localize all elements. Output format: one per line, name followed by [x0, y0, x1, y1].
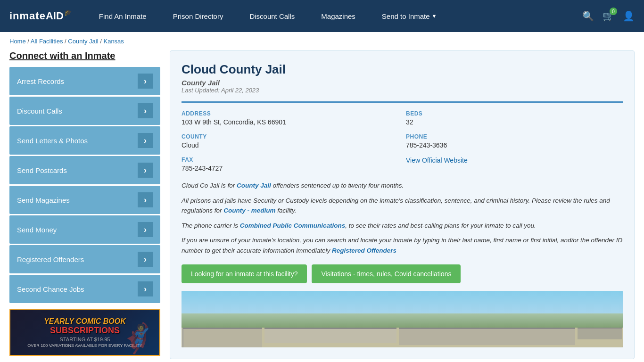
- fax-label: FAX: [182, 156, 398, 163]
- address-value: 103 W 9th St, Concordia, KS 66901: [182, 118, 398, 126]
- address-label: ADDRESS: [182, 110, 398, 117]
- search-icon[interactable]: 🔍: [582, 10, 594, 22]
- beds-value: 32: [406, 118, 623, 126]
- sidebar-item-arrest-records[interactable]: Arrest Records ›: [9, 67, 160, 95]
- breadcrumb-all-facilities[interactable]: All Facilities: [31, 38, 63, 45]
- facility-desc-4: If you are unsure of your inmate's locat…: [182, 235, 623, 255]
- sidebar-label: Send Money: [17, 226, 57, 234]
- cart-icon[interactable]: 🛒 0: [603, 10, 614, 22]
- facility-type: County Jail: [182, 79, 623, 87]
- website-link[interactable]: View Official Website: [406, 156, 623, 164]
- facility-desc-3: The phone carrier is Combined Public Com…: [182, 221, 623, 231]
- facility-panel: Cloud County Jail County Jail Last Updat…: [170, 50, 635, 359]
- sidebar: Connect with an Inmate Arrest Records › …: [9, 50, 160, 359]
- ad-banner[interactable]: YEARLY COMIC BOOK SUBSCRIPTIONS STARTING…: [9, 309, 160, 356]
- header-icons: 🔍 🛒 0 👤: [582, 10, 635, 22]
- sidebar-label: Registered Offenders: [17, 255, 84, 263]
- sidebar-label: Discount Calls: [17, 107, 62, 115]
- chevron-right-icon: ›: [138, 281, 153, 296]
- facility-details: ADDRESS 103 W 9th St, Concordia, KS 6690…: [182, 101, 623, 172]
- sidebar-item-send-letters-photos[interactable]: Send Letters & Photos ›: [9, 126, 160, 155]
- sidebar-label: Arrest Records: [17, 77, 64, 85]
- breadcrumb: Home / All Facilities / County Jail / Ka…: [0, 32, 644, 50]
- website-block: View Official Website: [406, 156, 623, 172]
- facility-desc-2: All prisons and jails have Security or C…: [182, 196, 623, 216]
- registered-offenders-link[interactable]: Registered Offenders: [332, 247, 396, 254]
- beds-label: BEDS: [406, 110, 623, 117]
- nav-discount-calls[interactable]: Discount Calls: [236, 0, 308, 32]
- logo[interactable]: inmateAID🎓: [9, 10, 72, 22]
- sidebar-menu: Arrest Records › Discount Calls › Send L…: [9, 67, 160, 303]
- sidebar-label: Second Chance Jobs: [17, 285, 84, 293]
- connect-title: Connect with an Inmate: [9, 50, 160, 61]
- sidebar-item-second-chance-jobs[interactable]: Second Chance Jobs ›: [9, 275, 160, 303]
- facility-last-updated: Last Updated: April 22, 2023: [182, 87, 623, 94]
- main-content: Connect with an Inmate Arrest Records › …: [0, 50, 644, 362]
- chevron-right-icon: ›: [138, 192, 153, 207]
- user-icon[interactable]: 👤: [623, 10, 635, 22]
- chevron-right-icon: ›: [138, 133, 153, 148]
- cart-badge: 0: [610, 8, 617, 15]
- sidebar-item-send-money[interactable]: Send Money ›: [9, 215, 160, 244]
- chevron-right-icon: ›: [138, 103, 153, 118]
- nav-prison-directory[interactable]: Prison Directory: [160, 0, 237, 32]
- address-block: ADDRESS 103 W 9th St, Concordia, KS 6690…: [182, 110, 398, 126]
- phone-carrier-link[interactable]: Combined Public Communications: [240, 222, 346, 229]
- chevron-right-icon: ›: [138, 163, 153, 178]
- chevron-down-icon: ▼: [432, 13, 437, 19]
- site-header: inmateAID🎓 Find An Inmate Prison Directo…: [0, 0, 644, 32]
- beds-block: BEDS 32: [406, 110, 623, 126]
- county-label: COUNTY: [182, 133, 398, 140]
- fax-block: FAX 785-243-4727: [182, 156, 398, 172]
- sidebar-label: Send Letters & Photos: [17, 137, 88, 145]
- facility-name: Cloud County Jail: [182, 62, 623, 77]
- fax-value: 785-243-4727: [182, 165, 398, 172]
- chevron-right-icon: ›: [138, 252, 153, 267]
- nav-send-to-inmate[interactable]: Send to Inmate▼: [369, 0, 450, 32]
- sidebar-item-send-postcards[interactable]: Send Postcards ›: [9, 156, 160, 184]
- main-nav: Find An Inmate Prison Directory Discount…: [86, 0, 582, 32]
- phone-block: PHONE 785-243-3636: [406, 133, 623, 149]
- county-jail-link[interactable]: County Jail: [237, 182, 271, 189]
- action-buttons: Looking for an inmate at this facility? …: [182, 264, 623, 283]
- find-inmate-button[interactable]: Looking for an inmate at this facility?: [182, 264, 307, 283]
- chevron-right-icon: ›: [138, 222, 153, 237]
- nav-magazines[interactable]: Magazines: [308, 0, 369, 32]
- facility-desc-1: Cloud Co Jail is for County Jail offende…: [182, 181, 623, 191]
- chevron-right-icon: ›: [138, 74, 153, 89]
- nav-find-inmate[interactable]: Find An Inmate: [86, 0, 160, 32]
- sidebar-label: Send Magazines: [17, 196, 70, 204]
- sidebar-item-registered-offenders[interactable]: Registered Offenders ›: [9, 245, 160, 273]
- phone-label: PHONE: [406, 133, 623, 140]
- phone-value: 785-243-3636: [406, 141, 623, 149]
- sidebar-item-discount-calls[interactable]: Discount Calls ›: [9, 97, 160, 125]
- facility-image: [182, 291, 623, 347]
- breadcrumb-county-jail[interactable]: County Jail: [68, 38, 98, 45]
- county-value: Cloud: [182, 141, 398, 149]
- breadcrumb-kansas[interactable]: Kansas: [103, 38, 124, 45]
- ad-hero-icon: 🦸: [120, 321, 156, 355]
- visitation-button[interactable]: Visitations - times, rules, Covid cancel…: [312, 264, 461, 283]
- county-block: COUNTY Cloud: [182, 133, 398, 149]
- sidebar-label: Send Postcards: [17, 166, 67, 174]
- sidebar-item-send-magazines[interactable]: Send Magazines ›: [9, 186, 160, 214]
- breadcrumb-home[interactable]: Home: [9, 38, 26, 45]
- county-medium-link[interactable]: County - medium: [223, 207, 275, 214]
